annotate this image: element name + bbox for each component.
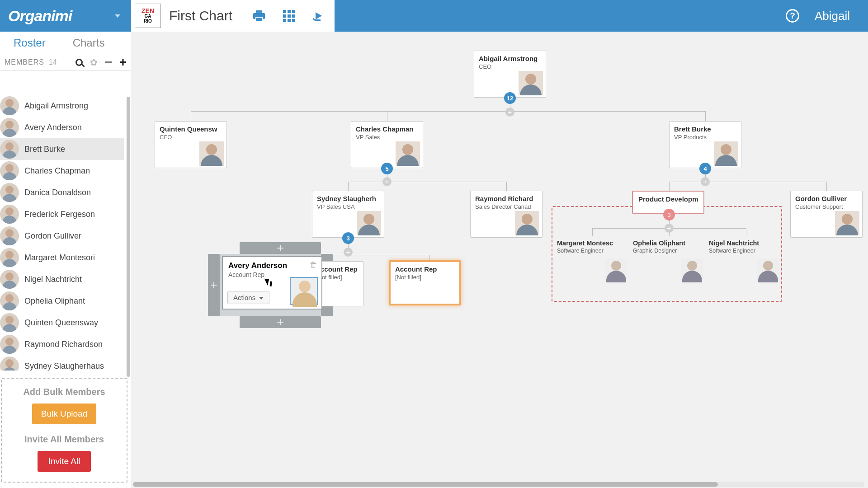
roster-item[interactable]: Ophelia Oliphant	[0, 290, 124, 312]
avatar	[0, 161, 19, 180]
roster-list[interactable]: Abigail Armstrong Avery Anderson Brett B…	[0, 95, 124, 371]
avatar	[0, 357, 19, 371]
node-role: Graphic Designer	[633, 247, 704, 254]
brand-dropdown[interactable]: Organimi	[0, 0, 131, 32]
group-name: Product Developm	[638, 195, 698, 203]
avatar	[0, 96, 19, 115]
org-node-acct-rep-1[interactable]: ccount Rep lot filled]	[318, 261, 363, 306]
bulk-upload-button[interactable]: Bulk Upload	[32, 404, 96, 424]
org-node-cfo[interactable]: Quinten Queensw CFO	[155, 121, 227, 168]
add-child-icon[interactable]: +	[382, 177, 392, 186]
avatar	[0, 248, 19, 267]
child-count-badge[interactable]: 4	[699, 163, 711, 174]
avatar	[605, 258, 627, 281]
org-node-eng1[interactable]: Margaret Montesc Software Engineer	[557, 239, 628, 281]
node-name: Charles Chapman	[351, 122, 423, 133]
org-chart-canvas[interactable]: Abigail Armstrong CEO 12 + Quinten Queen…	[131, 32, 868, 482]
node-role: CFO	[155, 133, 226, 141]
help-icon[interactable]: ?	[786, 9, 799, 23]
roster-item[interactable]: Abigail Armstrong	[0, 95, 124, 117]
add-child-icon[interactable]: +	[665, 224, 674, 233]
grid-icon[interactable]	[283, 10, 295, 22]
avatar	[0, 183, 19, 202]
invite-all-button[interactable]: Invite All	[38, 451, 91, 472]
add-member-icon[interactable]: +	[119, 59, 127, 66]
node-role: VP Sales	[351, 133, 423, 141]
roster-item[interactable]: Margaret Montesori	[0, 247, 124, 268]
tab-charts[interactable]: Charts	[59, 32, 118, 54]
org-node-eng2[interactable]: Ophelia Oliphant Graphic Designer	[633, 239, 704, 281]
avatar	[357, 211, 381, 235]
avatar	[714, 141, 738, 166]
node-name: ccount Rep	[319, 262, 363, 273]
collapse-icon[interactable]	[105, 61, 112, 63]
org-logo[interactable]: ZEN GA RIO	[135, 4, 161, 28]
drop-target-top[interactable]: +	[240, 242, 321, 254]
org-node-salesdir[interactable]: Raymond Richard Sales Director Canad	[470, 191, 542, 238]
left-panel: Roster Charts MEMBERS 14 ✿ + Abigail Arm…	[0, 32, 131, 488]
roster-item[interactable]: Charles Chapman	[0, 160, 124, 182]
avatar	[835, 211, 859, 235]
avatar	[0, 270, 19, 289]
node-role: lot filled]	[319, 273, 363, 281]
title-toolbar	[240, 10, 325, 22]
members-header: MEMBERS 14 ✿ +	[0, 54, 131, 71]
org-node-eng3[interactable]: Nigel Nachtricht Software Engineer	[709, 239, 780, 281]
search-icon[interactable]	[75, 59, 83, 66]
roster-item[interactable]: Quinten Queensway	[0, 312, 124, 333]
connector	[669, 182, 670, 191]
org-node-acct-rep-2[interactable]: Account Rep [Not filled]	[389, 260, 461, 305]
add-child-icon[interactable]: +	[505, 108, 514, 117]
avatar	[396, 141, 420, 166]
avatar	[519, 71, 543, 95]
roster-item[interactable]: Brett Burke	[0, 138, 124, 160]
trash-icon[interactable]: 🗑	[310, 261, 317, 269]
node-name: Quinten Queensw	[155, 122, 226, 133]
canvas-h-scrollbar[interactable]	[133, 482, 864, 487]
avatar	[757, 258, 779, 281]
top-bar: Organimi ZEN GA RIO First Chart ? Abigai…	[0, 0, 868, 32]
org-node-dragging[interactable]: Avery Anderson Account Rep 🗑 Actions	[222, 257, 322, 309]
org-node-custsupport[interactable]: Gordon Gulliver Customer Support	[790, 191, 863, 238]
roster-item[interactable]: Gordon Gulliver	[0, 225, 124, 247]
org-node-vpproducts[interactable]: Brett Burke VP Products	[669, 121, 741, 168]
roster-item[interactable]: Danica Donaldson	[0, 182, 124, 203]
print-icon[interactable]	[253, 10, 265, 22]
child-count-badge[interactable]: 5	[381, 163, 393, 174]
group-count-badge[interactable]: 3	[663, 209, 675, 221]
roster-item[interactable]: Avery Anderson	[0, 117, 124, 138]
bulk-panel: Add Bulk Members Bulk Upload Invite All …	[1, 378, 127, 483]
plus-icon: +	[277, 241, 284, 255]
roster-item[interactable]: Sydney Slaugherhaus	[0, 355, 124, 371]
actions-dropdown[interactable]: Actions	[227, 291, 269, 304]
left-tabs: Roster Charts	[0, 32, 131, 54]
org-node-ceo[interactable]: Abigail Armstrong CEO	[474, 51, 546, 98]
connector	[387, 111, 387, 121]
share-icon[interactable]	[313, 10, 325, 22]
avatar	[0, 313, 19, 332]
avatar	[199, 141, 224, 166]
org-node-vpsales-usa[interactable]: Sydney Slaugherh VP Sales USA	[312, 191, 384, 238]
connector	[191, 111, 191, 121]
org-node-vpsales[interactable]: Charles Chapman VP Sales	[351, 121, 423, 168]
child-count-badge[interactable]: 12	[504, 92, 516, 104]
roster-item[interactable]: Frederick Fergeson	[0, 203, 124, 225]
roster-item[interactable]: Nigel Nachtricht	[0, 268, 124, 290]
connector	[191, 111, 705, 112]
tab-roster[interactable]: Roster	[0, 32, 59, 54]
drop-target-left[interactable]: +	[208, 254, 220, 316]
node-name: Brett Burke	[670, 122, 741, 133]
drop-target-bottom[interactable]: +	[240, 316, 321, 328]
chart-title[interactable]: First Chart	[169, 8, 240, 23]
roster-scrollbar[interactable]	[126, 97, 131, 377]
connector	[348, 182, 349, 191]
connector	[348, 182, 506, 182]
add-child-icon[interactable]: +	[344, 248, 353, 257]
user-menu[interactable]: Abigail	[815, 9, 850, 23]
roster-item[interactable]: Raymond Richardson	[0, 333, 124, 355]
invite-all-title: Invite All Members	[6, 434, 122, 445]
add-child-icon[interactable]: +	[701, 177, 710, 186]
gear-icon[interactable]: ✿	[90, 57, 98, 68]
child-count-badge[interactable]: 3	[342, 232, 354, 244]
plus-icon: +	[210, 278, 217, 292]
